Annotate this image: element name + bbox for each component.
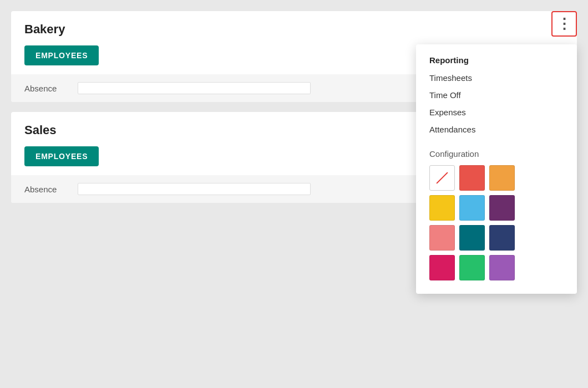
color-swatch-no-color[interactable] [429,165,455,191]
dropdown-menu: Reporting Timesheets Time Off Expenses A… [416,44,577,294]
sales-absence-bar [78,183,311,195]
bakery-title: Bakery [24,22,564,37]
main-content: Bakery EMPLOYEES Absence Sales EMPLOYEES… [0,0,588,388]
color-grid [429,165,564,280]
color-swatch-salmon[interactable] [429,225,455,251]
menu-item-time-off[interactable]: Time Off [429,86,564,104]
menu-item-timesheets[interactable]: Timesheets [429,69,564,86]
bakery-absence-label: Absence [24,84,69,93]
three-dot-icon: ⋮ [557,17,572,31]
bakery-employees-button[interactable]: EMPLOYEES [24,45,99,65]
color-swatch-teal[interactable] [459,225,485,251]
color-swatch-orange[interactable] [489,165,515,191]
menu-item-expenses[interactable]: Expenses [429,104,564,121]
menu-item-attendances[interactable]: Attendances [429,121,564,138]
color-swatch-light-blue[interactable] [459,195,485,221]
sales-employees-button[interactable]: EMPLOYEES [24,146,99,166]
color-swatch-pink[interactable] [429,255,455,280]
color-swatch-dark-blue[interactable] [489,225,515,251]
color-swatch-purple[interactable] [489,195,515,221]
configuration-section-title: Configuration [429,149,564,159]
three-dot-button[interactable]: ⋮ [551,11,577,37]
bakery-absence-bar [78,82,311,94]
color-swatch-green[interactable] [459,255,485,280]
reporting-section-title: Reporting [429,55,564,65]
sales-absence-label: Absence [24,185,69,194]
menu-divider [429,138,564,147]
color-swatch-violet[interactable] [489,255,515,280]
color-swatch-yellow[interactable] [429,195,455,221]
color-swatch-red[interactable] [459,165,485,191]
